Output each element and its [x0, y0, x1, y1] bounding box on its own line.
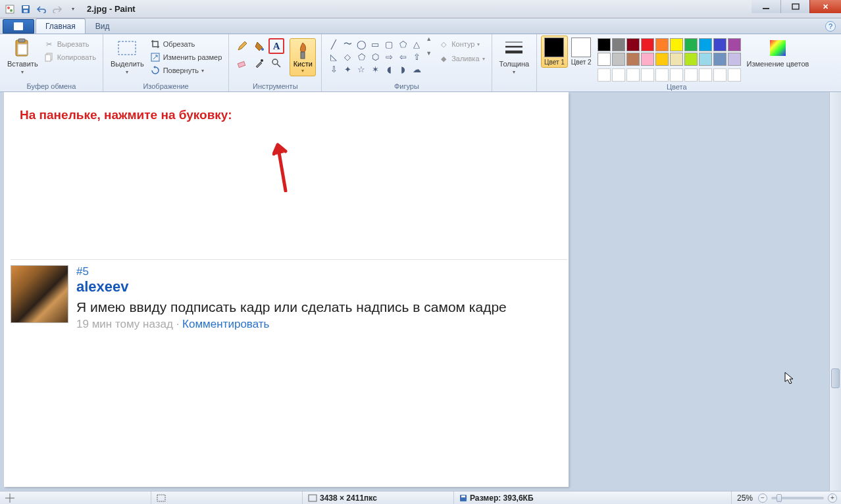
canvas[interactable]: На панельке, нажмите на буковку: #5 alex… — [4, 92, 569, 487]
palette-color[interactable] — [699, 38, 712, 51]
shape-pentagon[interactable]: ⬠ — [355, 51, 368, 63]
palette-color[interactable] — [728, 53, 741, 66]
shape-roundrect[interactable]: ▢ — [382, 38, 395, 50]
tab-view[interactable]: Вид — [86, 18, 120, 34]
shape-line[interactable]: ╱ — [327, 38, 340, 50]
palette-color[interactable] — [626, 53, 640, 66]
color-picker-tool[interactable] — [251, 55, 267, 71]
text-tool[interactable]: A — [268, 38, 284, 54]
qat-dropdown-icon[interactable]: ▾ — [66, 3, 80, 16]
tab-main[interactable]: Главная — [36, 18, 86, 34]
palette-color[interactable] — [598, 38, 611, 51]
shapes-scroll[interactable]: ▲ ▼ — [424, 36, 433, 57]
save-icon[interactable] — [18, 3, 33, 16]
redo-icon[interactable] — [50, 3, 64, 16]
fill-tool[interactable] — [251, 38, 267, 54]
palette-color[interactable] — [713, 38, 726, 51]
select-button[interactable]: Выделить ▾ — [107, 36, 147, 77]
scroll-down-icon[interactable]: ▼ — [426, 50, 432, 57]
brushes-button[interactable]: Кисти ▾ — [290, 38, 316, 76]
paste-button[interactable]: Вставить ▾ — [4, 36, 41, 77]
shape-hexagon[interactable]: ⬡ — [369, 51, 382, 63]
shape-star4[interactable]: ✦ — [341, 63, 354, 75]
comment-link[interactable]: Комментировать — [182, 318, 269, 330]
shape-triangle[interactable]: △ — [410, 38, 423, 50]
shapes-gallery[interactable]: ╱ 〜 ◯ ▭ ▢ ⬠ △ ◺ ◇ ⬠ ⬡ ⇨ ⇦ ⇧ ⇩ ✦ ☆ — [326, 36, 424, 78]
palette-color[interactable] — [612, 53, 625, 66]
palette-color[interactable] — [655, 38, 669, 51]
palette-color[interactable] — [699, 53, 712, 66]
palette-color[interactable] — [684, 38, 698, 51]
shape-diamond[interactable]: ◇ — [341, 51, 354, 63]
rotate-button[interactable]: Повернуть ▾ — [149, 64, 224, 76]
custom-color-slot[interactable] — [670, 68, 683, 82]
scroll-up-icon[interactable]: ▲ — [426, 36, 432, 42]
minimize-button[interactable] — [752, 0, 780, 13]
tools-group-label: Инструменты — [233, 81, 317, 91]
fill-label: Заливка — [451, 55, 479, 63]
palette-color[interactable] — [641, 38, 654, 51]
zoom-in-button[interactable]: + — [828, 493, 837, 503]
palette-color[interactable] — [598, 53, 611, 66]
shape-star6[interactable]: ✶ — [369, 63, 382, 75]
scrollbar-thumb[interactable] — [831, 368, 840, 388]
outline-button[interactable]: ◇ Контур ▾ — [437, 38, 486, 50]
fill-button[interactable]: ◆ Заливка ▾ — [437, 53, 486, 64]
shape-star5[interactable]: ☆ — [355, 63, 368, 75]
help-button[interactable]: ? — [825, 21, 836, 32]
shape-arrow-u[interactable]: ⇧ — [410, 51, 423, 63]
resize-label: Изменить размер — [163, 53, 222, 61]
zoom-out-button[interactable]: − — [758, 493, 767, 503]
custom-color-slot[interactable] — [626, 68, 640, 82]
eraser-tool[interactable] — [234, 55, 250, 71]
color2-button[interactable]: Цвет 2 — [568, 36, 595, 68]
vertical-scrollbar[interactable] — [829, 92, 841, 491]
status-dimensions: 3438 × 2411пкс — [303, 491, 454, 504]
magnifier-tool[interactable] — [268, 55, 284, 71]
canvas-viewport[interactable]: На панельке, нажмите на буковку: #5 alex… — [0, 92, 829, 491]
palette-color[interactable] — [670, 53, 683, 66]
custom-color-slot[interactable] — [699, 68, 712, 82]
shape-callout-rr[interactable]: ◖ — [382, 63, 395, 75]
shape-callout-cl[interactable]: ☁ — [410, 63, 423, 75]
custom-color-slot[interactable] — [612, 68, 625, 82]
shape-callout-ov[interactable]: ◗ — [396, 63, 409, 75]
palette-color[interactable] — [713, 53, 726, 66]
shape-polygon[interactable]: ⬠ — [396, 38, 409, 50]
maximize-button[interactable] — [780, 0, 809, 13]
custom-color-slot[interactable] — [728, 68, 741, 82]
zoom-slider[interactable] — [771, 497, 824, 499]
dimensions-icon — [308, 494, 317, 502]
close-button[interactable]: ✕ — [809, 0, 841, 13]
custom-color-slot[interactable] — [713, 68, 726, 82]
shape-arrow-l[interactable]: ⇦ — [396, 51, 409, 63]
pencil-tool[interactable] — [234, 38, 250, 54]
custom-color-slot[interactable] — [641, 68, 654, 82]
custom-color-slot[interactable] — [598, 68, 611, 82]
palette-color[interactable] — [670, 38, 683, 51]
palette-color[interactable] — [684, 53, 698, 66]
shape-curve[interactable]: 〜 — [341, 38, 354, 50]
copy-button[interactable]: Копировать — [43, 51, 97, 63]
shape-oval[interactable]: ◯ — [355, 38, 368, 50]
palette-color[interactable] — [641, 53, 654, 66]
size-button[interactable]: Толщина ▾ — [496, 36, 533, 77]
shape-rect[interactable]: ▭ — [369, 38, 382, 50]
color1-button[interactable]: Цвет 1 — [541, 36, 568, 68]
resize-button[interactable]: Изменить размер — [149, 51, 224, 63]
palette-color[interactable] — [655, 53, 669, 66]
undo-icon[interactable] — [34, 3, 49, 16]
cut-button[interactable]: ✂ Вырезать — [43, 38, 97, 50]
shape-arrow-r[interactable]: ⇨ — [382, 51, 395, 63]
file-menu-button[interactable] — [3, 19, 34, 34]
palette-color[interactable] — [728, 38, 741, 51]
custom-color-slot[interactable] — [655, 68, 669, 82]
palette-color[interactable] — [626, 38, 640, 51]
crop-button[interactable]: Обрезать — [149, 38, 224, 50]
zoom-slider-thumb[interactable] — [777, 494, 782, 502]
shape-rtriangle[interactable]: ◺ — [327, 51, 340, 63]
shape-arrow-d[interactable]: ⇩ — [327, 63, 340, 75]
palette-color[interactable] — [612, 38, 625, 51]
custom-color-slot[interactable] — [684, 68, 698, 82]
edit-colors-button[interactable]: Изменение цветов — [744, 36, 813, 70]
